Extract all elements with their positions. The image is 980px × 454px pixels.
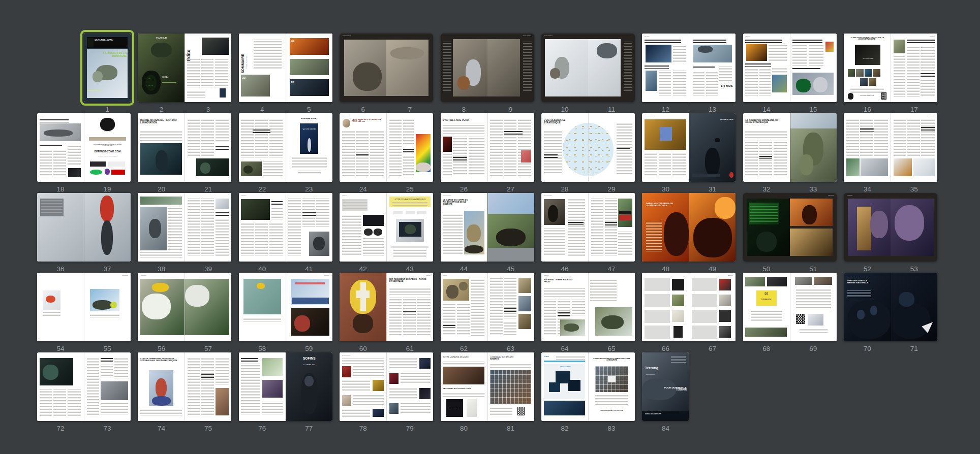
spread-thumbnail[interactable]: Comment devenirOFFICIER DANS LA MARINE N… [844, 273, 937, 341]
page-thumbnail-1[interactable]: DEFENSE ZONEÀ L'ASSAUT DE LA MONTAGNE [84, 34, 131, 102]
page-thumbnail-64[interactable]: MatérielMATÉRIEL : FAIRE FACE AU FROID [541, 273, 588, 341]
page-thumbnail-48[interactable]: DANS LES COULISSES DE LA SÉCURITÉ CIVILE [642, 193, 689, 262]
page-thumbnail-52[interactable]: Portfolio [844, 193, 891, 262]
spread-thumbnail[interactable] [37, 193, 131, 262]
page-thumbnail-78[interactable]: Médiathèque [340, 352, 386, 421]
page-thumbnail-31[interactable]: COMBATSPHERE [689, 113, 736, 182]
spread-thumbnail[interactable]: En bref [743, 34, 837, 102]
page-thumbnail-44[interactable]: InternationalLA GARDE DU CORPS DU ROI AU… [441, 193, 487, 262]
page-thumbnail-6[interactable]: Beau images [340, 34, 386, 102]
spread-thumbnail[interactable]: En brefPODCASTÉCOUTEZ TOUS LES ÉPISODES … [37, 113, 131, 182]
spread-thumbnail[interactable]: International [541, 193, 635, 262]
page-thumbnail-83[interactable]: LA PREMIÈRE BANQUE D'IMAGES DÉFENSE & SÉ… [588, 352, 635, 421]
page-thumbnail-35[interactable]: Dossier [891, 113, 937, 182]
page-thumbnail-53[interactable] [891, 193, 937, 262]
page-thumbnail-40[interactable]: Dossier [239, 193, 286, 262]
page-thumbnail-46[interactable]: International [541, 193, 588, 262]
spread-thumbnail[interactable]: NOTRE LIBRAIRIE EN LIGNEDÉCOUVREZ NOS PR… [441, 352, 534, 421]
spread-thumbnail[interactable]: CYRILLE CHAHBOUNE, DES FORCES SPÉCIALES … [138, 352, 231, 421]
spread-thumbnail[interactable]: MARINE NATIONALE : CAP SUR L'INNOVATION [138, 113, 231, 182]
spread-thumbnail[interactable]: SOFINS1 2 3 AVRIL 2025 [239, 352, 332, 421]
page-thumbnail-73[interactable] [84, 352, 131, 421]
page-thumbnail-49[interactable] [689, 193, 736, 262]
page-thumbnail-55[interactable]: Portfolio [84, 273, 131, 341]
page-thumbnail-9[interactable]: Beau images [487, 34, 534, 102]
spread-thumbnail[interactable] [138, 193, 231, 262]
page-thumbnail-58[interactable] [239, 273, 286, 341]
page-thumbnail-56[interactable]: Portfolio [138, 273, 185, 341]
spread-thumbnail[interactable] [37, 352, 131, 421]
spread-thumbnail[interactable]: Matériel [642, 273, 736, 341]
page-thumbnail-36[interactable] [37, 193, 84, 262]
page-thumbnail-18[interactable]: En bref [37, 113, 84, 182]
spread-thumbnail[interactable]: Dossier [239, 193, 332, 262]
spread-thumbnail[interactable]: ECRINDEPLOYMENTLA PREMIÈRE BANQUE D'IMAG… [541, 352, 635, 421]
page-thumbnail-13[interactable]: 1.4 MDS [689, 34, 736, 102]
spread-thumbnail[interactable]: Portfolio [138, 273, 231, 341]
page-thumbnail-30[interactable]: Géostratégie [642, 113, 689, 182]
spread-thumbnail[interactable]: 15 ANS DE REPORTAGES PHOTOS SUR LA LÉGIO… [844, 34, 937, 102]
spread-thumbnail[interactable]: InternationalLA GARDE DU CORPS DU ROI AU… [441, 193, 534, 262]
spread-thumbnail[interactable]: SOMMAIREJANVIER - MARS 2025324870 [239, 34, 332, 102]
page-thumbnail-27[interactable] [487, 113, 534, 182]
spread-thumbnail[interactable]: Portfolio [743, 193, 837, 262]
page-thumbnail-59[interactable]: Portfolio [286, 273, 332, 341]
page-thumbnail-28[interactable]: GéostratégieL'OR, RESSOURCE STRATÉGIQUE [541, 113, 588, 182]
page-thumbnail-5[interactable]: 4870 [286, 34, 332, 102]
page-thumbnail-42[interactable]: Dossier [340, 193, 386, 262]
page-thumbnail-26[interactable]: ChroniqueL'ART DE FAIRE PEUR [441, 113, 487, 182]
page-thumbnail-66[interactable] [642, 273, 689, 341]
page-thumbnail-15[interactable] [790, 34, 837, 102]
spread-thumbnail[interactable]: Forces1ER RÉGIMENT DE SPAHIS : FORCE ET … [340, 273, 433, 341]
page-thumbnail-54[interactable] [37, 273, 84, 341]
spread-thumbnail[interactable]: Médiathèque [340, 352, 433, 421]
page-thumbnail-74[interactable]: CYRILLE CHAHBOUNE, DES FORCES SPÉCIALES … [138, 352, 185, 421]
page-thumbnail-23[interactable]: NOUVEAU LIVRE !QUI OSE GAGNE [286, 113, 332, 182]
spread-thumbnail[interactable]: Beau images [441, 34, 534, 102]
page-thumbnail-19[interactable]: PODCASTÉCOUTEZ TOUS LES ÉPISODES DE NOTR… [84, 113, 131, 182]
page-thumbnail-24[interactable]: ChroniquePETIT GUIDE DE VICTIMISATION PO… [340, 113, 386, 182]
page-thumbnail-80[interactable]: NOTRE LIBRAIRIE EN LIGNEDÉCOUVREZ NOS PR… [441, 352, 487, 421]
spread-thumbnail[interactable]: MatérielMATÉRIEL : FAIRE FACE AU FROID [541, 273, 635, 341]
spread-thumbnail[interactable]: DossierLE COMBAT EN MONTAGNE, UN ENJEU S… [743, 113, 837, 182]
page-thumbnail-60[interactable] [340, 273, 386, 341]
page-thumbnail-65[interactable] [588, 273, 635, 341]
page-thumbnail-8[interactable] [441, 34, 487, 102]
page-thumbnail-22[interactable] [239, 113, 286, 182]
page-thumbnail-51[interactable]: Portfolio [790, 193, 837, 262]
spread-thumbnail[interactable]: DZFORMATIONS [743, 273, 837, 341]
page-thumbnail-4[interactable]: SOMMAIREJANVIER - MARS 202532 [239, 34, 286, 102]
spread-thumbnail[interactable]: FUJIFILMX-H2sÉdito [138, 34, 231, 102]
spread-thumbnail[interactable]: GéostratégieCOMBATSPHERE [642, 113, 736, 182]
cover-spread-thumbnail[interactable]: DEFENSE ZONEÀ L'ASSAUT DE LA MONTAGNE [84, 34, 131, 102]
page-thumbnail-79[interactable] [386, 352, 433, 421]
page-thumbnail-29[interactable] [588, 113, 635, 182]
page-thumbnail-17[interactable]: En bref [891, 34, 937, 102]
page-thumbnail-72[interactable] [37, 352, 84, 421]
page-thumbnail-68[interactable]: DZFORMATIONS [743, 273, 790, 341]
spread-thumbnail[interactable]: NOUVEAU LIVRE !QUI OSE GAGNE [239, 113, 332, 182]
page-thumbnail-20[interactable]: MARINE NATIONALE : CAP SUR L'INNOVATION [138, 113, 185, 182]
page-thumbnail-75[interactable] [185, 352, 231, 421]
page-thumbnail-69[interactable] [790, 273, 837, 341]
page-thumbnail-3[interactable]: Édito [185, 34, 231, 102]
page-thumbnail-2[interactable]: FUJIFILMX-H2s [138, 34, 185, 102]
spread-thumbnail[interactable]: Beau images [541, 34, 635, 102]
page-thumbnail-41[interactable] [286, 193, 332, 262]
page-thumbnail-61[interactable]: Forces1ER RÉGIMENT DE SPAHIS : FORCE ET … [386, 273, 433, 341]
page-thumbnail-63[interactable] [487, 273, 534, 341]
page-thumbnail-81[interactable]: COMMANDEZ NOS ANCIENS NUMÉROS [487, 352, 534, 421]
spread-thumbnail[interactable]: Portfolio [37, 273, 131, 341]
page-thumbnail-71[interactable] [891, 273, 937, 341]
page-thumbnail-11[interactable] [588, 34, 635, 102]
page-thumbnail-57[interactable] [185, 273, 231, 341]
page-thumbnail-25[interactable] [386, 113, 433, 182]
page-thumbnail-14[interactable]: En bref [743, 34, 790, 102]
page-thumbnail-77[interactable]: SOFINS1 2 3 AVRIL 2025 [286, 352, 332, 421]
page-thumbnail-34[interactable] [844, 113, 891, 182]
page-thumbnail-76[interactable] [239, 352, 286, 421]
page-thumbnail-10[interactable]: Beau images [541, 34, 588, 102]
page-thumbnail-70[interactable]: Comment devenirOFFICIER DANS LA MARINE N… [844, 273, 891, 341]
spread-thumbnail[interactable]: Portfolio [239, 273, 332, 341]
page-thumbnail-43[interactable]: < OFFRE SPÉCIALE NOUVEAUX ABONNÉS > [386, 193, 433, 262]
